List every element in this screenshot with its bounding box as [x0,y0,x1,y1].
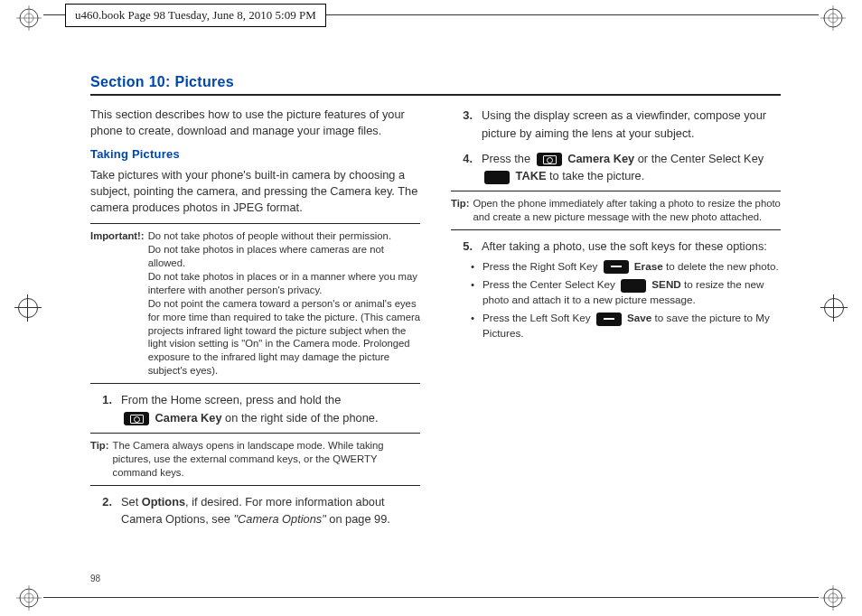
subheading-taking-pictures: Taking Pictures [90,146,420,163]
registration-mark-icon [820,5,846,31]
step-body: From the Home screen, press and hold the… [121,391,378,427]
step-number: 1. [98,391,112,427]
bullet-text: Press the Right Soft Key [483,260,601,272]
step-text: Press the [482,152,534,165]
bottom-crop-rule [43,597,819,598]
step-bold: Camera Key [567,152,634,165]
divider [90,383,420,384]
camera-key-icon [537,153,562,166]
crop-target-icon [14,294,42,322]
step-text: on page 99. [326,512,390,526]
important-line: Do not take photos in places where camer… [148,243,420,270]
page-header-meta: u460.book Page 98 Tuesday, June 8, 2010 … [65,4,326,27]
select-key-icon [621,279,646,293]
step-italic-ref: "Camera Options" [233,512,325,526]
step-bold: TAKE [516,169,547,182]
registration-mark-icon [16,585,42,611]
tip-body: The Camera always opens in landscape mod… [113,439,421,480]
tip-note: Tip: The Camera always opens in landscap… [90,439,420,480]
step-4: 4. Press the Camera Key or the Center Se… [458,150,781,186]
step-body: After taking a photo, use the soft keys … [482,238,767,256]
step-text: From the Home screen, press and hold the [121,393,341,406]
bullet-dot-icon: • [471,311,475,341]
softkey-icon [604,260,629,274]
camera-key-icon [124,412,149,425]
section-title: Section 10: Pictures [90,74,781,90]
bullet-text: Press the Left Soft Key [483,312,594,323]
bullet-bold: Erase [634,260,663,272]
softkey-icon [596,313,622,326]
registration-mark-icon [16,5,42,31]
important-body: Do not take photos of people without the… [148,229,420,378]
step-text: to take the picture. [549,169,644,182]
step-body: Set Options, if desired. For more inform… [121,493,420,529]
list-item: • Press the Left Soft Key Save to save t… [471,311,781,341]
step-1: 1. From the Home screen, press and hold … [98,391,420,427]
taking-pictures-intro: Take pictures with your phone's built-in… [90,167,420,216]
bullet-dot-icon: • [471,259,475,274]
bullet-dot-icon: • [471,277,475,307]
step-bold: Options [142,495,185,509]
divider [90,433,420,434]
section-intro: This section describes how to use the pi… [90,107,420,139]
divider [451,191,781,191]
bullet-text: Press the Center Select Key [483,278,618,290]
divider [90,223,420,224]
step-body: Using the display screen as a viewfinder… [482,107,781,143]
select-key-icon [484,171,510,184]
bullet-bold: SEND [651,278,680,290]
step-text: or the Center Select Key [638,152,764,165]
step-number: 4. [458,150,473,186]
important-note: Important!: Do not take photos of people… [90,229,420,378]
list-item: • Press the Right Soft Key Erase to dele… [471,259,781,274]
step-text: Set [121,495,142,509]
section-rule [90,94,781,96]
tip-label: Tip: [451,197,470,224]
step-5: 5. After taking a photo, use the soft ke… [458,238,781,256]
step-number: 2. [98,493,112,529]
bullet-bold: Save [627,312,651,323]
registration-mark-icon [820,585,846,611]
step-bold: Camera Key [155,411,222,425]
step-number: 5. [458,238,473,256]
important-label: Important!: [90,229,145,378]
step-3: 3. Using the display screen as a viewfin… [458,107,781,143]
right-column: 3. Using the display screen as a viewfin… [451,107,781,532]
important-line: Do not take photos in places or in a man… [148,270,420,297]
step-number: 3. [458,107,473,143]
step-2: 2. Set Options, if desired. For more inf… [98,493,420,529]
page-number: 98 [90,573,100,585]
list-item: • Press the Center Select Key SEND to re… [471,277,781,307]
important-line: Do not take photos of people without the… [148,229,420,243]
crop-target-icon [820,294,848,322]
tip-label: Tip: [90,439,109,480]
bullet-text: to delete the new photo. [666,260,779,272]
step-body: Press the Camera Key or the Center Selec… [482,150,764,186]
important-line: Do not point the camera toward a person'… [148,297,420,378]
divider [451,229,781,230]
left-column: This section describes how to use the pi… [90,107,420,532]
options-bullet-list: • Press the Right Soft Key Erase to dele… [471,259,781,341]
tip-body: Open the phone immediately after taking … [473,197,782,224]
step-text: on the right side of the phone. [225,411,378,425]
tip-note: Tip: Open the phone immediately after ta… [451,197,781,224]
divider [90,485,420,486]
